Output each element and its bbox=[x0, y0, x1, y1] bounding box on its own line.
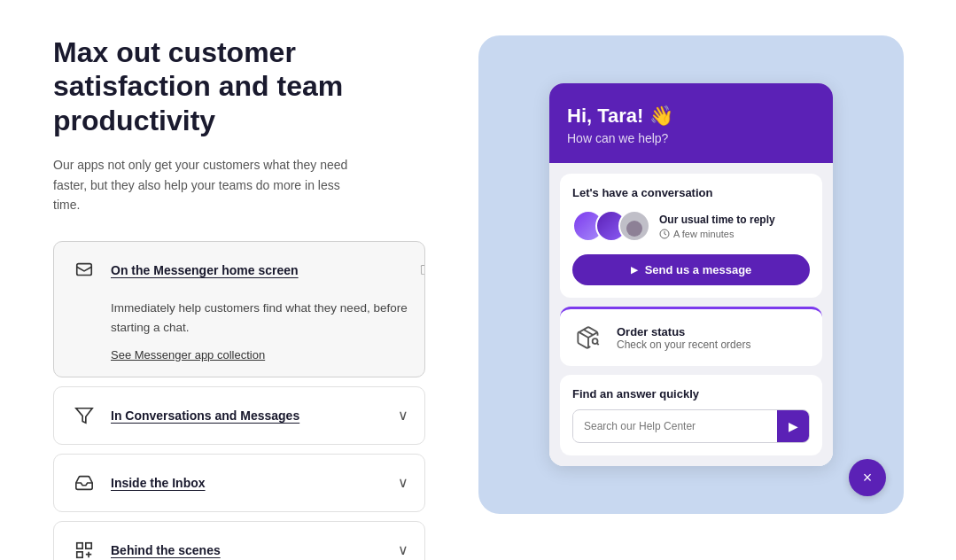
order-card[interactable]: Order status Check on your recent orders bbox=[560, 307, 822, 366]
svg-point-6 bbox=[593, 338, 598, 344]
chevron-down-icon-inbox: ∨ bbox=[398, 474, 408, 491]
search-input-row: ▶ bbox=[572, 409, 810, 443]
phone-body: Let's have a conversation Our usual tim bbox=[549, 163, 833, 466]
accordion-item-conversations: In Conversations and Messages ∨ bbox=[53, 386, 425, 445]
sub-text: Our apps not only get your customers wha… bbox=[53, 155, 354, 214]
search-card-title: Find an answer quickly bbox=[572, 387, 810, 401]
reply-time: A few minutes bbox=[659, 229, 775, 239]
accordion-header-behind[interactable]: Behind the scenes ∨ bbox=[54, 522, 424, 560]
send-message-button[interactable]: Send us a message bbox=[572, 254, 810, 285]
accordion-item-messenger: On the Messenger home screen ☞ Immediate… bbox=[53, 241, 425, 377]
phone-greeting: Hi, Tara! 👋 bbox=[567, 105, 815, 128]
svg-rect-3 bbox=[77, 551, 82, 556]
grid-icon bbox=[70, 536, 98, 560]
phone-background: Hi, Tara! 👋 How can we help? Let's have … bbox=[478, 35, 904, 514]
accordion-header-inbox[interactable]: Inside the Inbox ∨ bbox=[54, 455, 424, 511]
search-go-button[interactable]: ▶ bbox=[777, 410, 809, 442]
cursor-pointer-icon: ☞ bbox=[419, 259, 425, 282]
phone-header: Hi, Tara! 👋 How can we help? bbox=[549, 83, 833, 163]
accordion-title-messenger: On the Messenger home screen bbox=[111, 263, 408, 277]
accordion-item-inbox: Inside the Inbox ∨ bbox=[53, 454, 425, 512]
chevron-down-icon-behind: ∨ bbox=[398, 541, 408, 558]
accordion-list: On the Messenger home screen ☞ Immediate… bbox=[53, 241, 425, 560]
main-heading: Max out customer satisfaction and team p… bbox=[53, 35, 425, 137]
chevron-down-icon-conversations: ∨ bbox=[398, 407, 408, 424]
chat-card: Let's have a conversation Our usual tim bbox=[560, 174, 822, 298]
phone-subgreeting: How can we help? bbox=[567, 131, 815, 145]
reply-info: Our usual time to reply A few minutes bbox=[659, 214, 775, 239]
order-status-icon bbox=[572, 322, 604, 354]
accordion-content-messenger: Immediately help customers find what the… bbox=[54, 299, 424, 376]
svg-rect-0 bbox=[77, 264, 92, 276]
accordion-item-behind: Behind the scenes ∨ bbox=[53, 521, 425, 560]
accordion-title-inbox: Inside the Inbox bbox=[111, 476, 385, 490]
accordion-header-messenger[interactable]: On the Messenger home screen ☞ bbox=[54, 242, 424, 299]
accordion-header-conversations[interactable]: In Conversations and Messages ∨ bbox=[54, 387, 424, 444]
right-panel: Hi, Tara! 👋 How can we help? Let's have … bbox=[478, 35, 904, 514]
messenger-icon bbox=[70, 256, 98, 284]
inbox-icon bbox=[70, 469, 98, 497]
search-input[interactable] bbox=[573, 412, 777, 440]
close-button[interactable]: × bbox=[849, 459, 886, 496]
phone-card: Hi, Tara! 👋 How can we help? Let's have … bbox=[549, 83, 833, 466]
reply-label: Our usual time to reply bbox=[659, 214, 775, 226]
order-subtitle: Check on your recent orders bbox=[617, 338, 750, 351]
accordion-title-conversations: In Conversations and Messages bbox=[111, 408, 385, 423]
search-card: Find an answer quickly ▶ bbox=[560, 375, 822, 455]
svg-rect-1 bbox=[77, 542, 82, 548]
accordion-content-text-messenger: Immediately help customers find what the… bbox=[111, 299, 408, 337]
svg-rect-2 bbox=[86, 542, 91, 548]
avatar-3 bbox=[618, 210, 650, 242]
chat-avatars: Our usual time to reply A few minutes bbox=[572, 210, 810, 242]
clock-icon bbox=[659, 229, 670, 239]
avatar-group bbox=[572, 210, 650, 242]
page-container: Max out customer satisfaction and team p… bbox=[0, 0, 956, 560]
messenger-collection-link[interactable]: See Messenger app collection bbox=[111, 348, 265, 362]
order-title: Order status bbox=[617, 325, 750, 338]
conversations-icon bbox=[70, 401, 98, 430]
accordion-title-behind: Behind the scenes bbox=[111, 543, 385, 557]
chat-card-title: Let's have a conversation bbox=[572, 186, 810, 199]
left-panel: Max out customer satisfaction and team p… bbox=[53, 35, 425, 560]
order-text: Order status Check on your recent orders bbox=[617, 325, 750, 351]
